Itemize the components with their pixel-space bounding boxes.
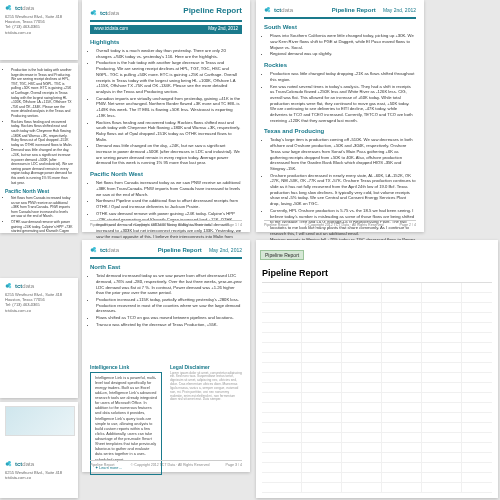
logo-text: tctdata xyxy=(100,9,119,17)
sw-list: Flows into Southern California were litt… xyxy=(264,33,416,57)
logo: tctdata xyxy=(90,246,119,254)
address-block: 6255 Westhurst Blvd., Suite 418 tctdata.… xyxy=(5,470,73,480)
section-highlights: Highlights xyxy=(90,38,242,46)
sheet-tab[interactable]: Pipeline Report xyxy=(260,250,304,260)
logo-mark-icon xyxy=(90,9,98,17)
address-block: 6255 Westhurst Blvd., Suite 418 Houston,… xyxy=(5,14,73,35)
spreadsheet-grid[interactable] xyxy=(262,283,492,493)
svg-point-16 xyxy=(8,461,11,464)
logo-text: tctdata xyxy=(100,246,119,254)
footer-page: Page 3 / 4 xyxy=(226,463,242,468)
page-title: Pipeline Report xyxy=(332,7,376,13)
fragment-list-2: Net flows from Canada increased today as… xyxy=(5,196,73,233)
footer-mid: © Copyright 2012 TCT Data · All Rights R… xyxy=(131,463,210,468)
intel-title: Intelligence Link xyxy=(90,364,162,371)
fragment-list: Production is the hub today with another… xyxy=(5,68,73,185)
header-bar: www.tctdata.com May 2nd, 2012 xyxy=(90,25,242,34)
page-title: Pipeline Report xyxy=(183,6,242,17)
page-title: Pipeline Report xyxy=(158,247,202,253)
logo-mark-icon xyxy=(264,6,272,14)
logo: tctdata xyxy=(264,6,293,14)
section-tp: Texas and Producing xyxy=(264,127,416,135)
svg-point-10 xyxy=(267,7,270,10)
logo-text: tctdata xyxy=(274,6,293,14)
ne-list: Total demand increased today as we saw p… xyxy=(90,273,242,328)
svg-point-1 xyxy=(8,5,11,8)
footer-mid: © Copyright 2012 TCT Data · All Rights R… xyxy=(131,223,210,228)
svg-point-5 xyxy=(9,286,12,289)
logo-mark-icon xyxy=(5,282,13,290)
report-date: May 2nd, 2012 xyxy=(383,7,416,13)
frag-heading: Pacific North West xyxy=(5,188,73,195)
report-date: May 2nd, 2012 xyxy=(208,26,238,32)
logo-text: tctdata xyxy=(15,4,34,12)
sheet-title: Pipeline Report xyxy=(256,264,498,282)
svg-point-17 xyxy=(9,464,12,467)
svg-point-4 xyxy=(8,283,11,286)
logo: tctdata xyxy=(90,9,119,17)
logo-text: tctdata xyxy=(15,460,34,468)
footer-left: Pipeline Report xyxy=(90,223,115,228)
logo: tctdata xyxy=(5,4,73,12)
logo: tctdata xyxy=(5,282,73,290)
section-sw: South West xyxy=(264,23,416,31)
rockies-list: Production was little changed today drop… xyxy=(264,71,416,123)
footer-mid: © Copyright 2012 TCT Data · All Rights R… xyxy=(305,223,384,228)
site-link[interactable]: www.tctdata.com xyxy=(94,26,128,32)
footer-page: Page 2 / 4 xyxy=(400,223,416,228)
report-date: May 2nd, 2012 xyxy=(209,247,242,253)
legal-body: Lorem ipsum dolor sit amet, consectetur … xyxy=(170,372,242,403)
address-block: 6255 Westhurst Blvd., Suite 418 Houston,… xyxy=(5,292,73,313)
logo-mark-icon xyxy=(5,460,13,468)
hero-image xyxy=(5,406,75,436)
svg-point-11 xyxy=(268,10,271,13)
svg-point-14 xyxy=(94,250,97,253)
svg-point-13 xyxy=(93,247,96,250)
logo-mark-icon xyxy=(90,246,98,254)
logo: tctdata xyxy=(5,460,73,468)
section-ne: North East xyxy=(90,263,242,271)
footer-page: Page 1 / 4 xyxy=(226,223,242,228)
section-rockies: Rockies xyxy=(264,61,416,69)
section-pnw: Pacific North West xyxy=(90,170,242,178)
legal-title: Legal Disclaimer xyxy=(170,364,242,371)
logo-mark-icon xyxy=(5,4,13,12)
footer-left: Pipeline Report xyxy=(264,223,289,228)
svg-point-7 xyxy=(93,10,96,13)
footer-left: Pipeline Report xyxy=(90,463,115,468)
svg-point-2 xyxy=(9,8,12,11)
logo-text: tctdata xyxy=(15,282,34,290)
svg-point-8 xyxy=(94,12,97,15)
highlights-list: Overall today is a much weaker day than … xyxy=(90,48,242,166)
